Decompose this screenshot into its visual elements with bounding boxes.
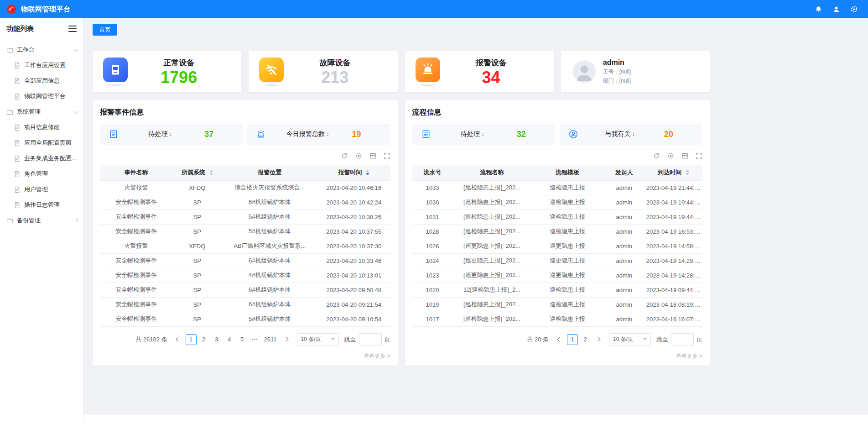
view-more-link[interactable]: 查看更多 > <box>100 352 390 360</box>
table-row[interactable]: 1023 [巡更隐患上报]_202... 巡更隐患上报 admin 2023-0… <box>412 268 703 283</box>
cell-process-name: [巡检隐患上报]_202... <box>453 297 531 312</box>
column-header[interactable]: 流水号 <box>412 165 453 180</box>
sort-carets-icon[interactable] <box>366 170 369 175</box>
refresh-icon[interactable] <box>341 152 348 159</box>
table-row[interactable]: 安全帽检测事件 SP 6#机组锅炉本体 2023-04-20 10:42:24 <box>100 195 390 209</box>
column-label: 流水号 <box>424 169 442 176</box>
page-size-select[interactable]: 10 条/页 <box>609 333 651 346</box>
sidebar-item[interactable]: 操作日志管理 <box>0 197 83 213</box>
page-number[interactable]: 2 <box>198 334 209 345</box>
cell-location: 5#机组锅炉本体 <box>222 209 317 224</box>
jump-page-input[interactable] <box>671 333 694 346</box>
page-number[interactable]: 5 <box>237 334 248 345</box>
cell-serial: 1023 <box>412 268 453 283</box>
page-number[interactable]: ••• <box>249 334 260 345</box>
table-row[interactable]: 1020 12[巡检隐患上报]_2... 巡检隐患上报 admin 2023-0… <box>412 283 703 297</box>
view-more-link[interactable]: 查看更多 > <box>412 352 703 360</box>
page-number[interactable]: 1 <box>567 334 578 345</box>
cell-event-name: 安全帽检测事件 <box>100 283 172 297</box>
folder-icon <box>6 47 13 53</box>
table-row[interactable]: 1017 [巡检隐患上报]_202... 巡检隐患上报 admin 2023-0… <box>412 312 703 326</box>
topbar-actions <box>815 5 862 13</box>
table-row[interactable]: 火警报警 XFDQ AB厂燃料区域火灾报警系... 2023-04-20 10:… <box>100 239 390 253</box>
column-label: 报警位置 <box>258 169 281 176</box>
table-row[interactable]: 1019 [巡检隐患上报]_202... 巡检隐患上报 admin 2023-0… <box>412 297 703 312</box>
gear-icon[interactable] <box>850 5 858 13</box>
column-header[interactable]: 所属系统 <box>172 165 222 180</box>
sort-carets-icon[interactable] <box>686 170 689 175</box>
document-icon <box>14 202 21 209</box>
icon-shadow <box>418 84 438 86</box>
refresh-icon[interactable] <box>653 152 660 159</box>
cell-location: 6#机组锅炉本体 <box>222 283 317 297</box>
table-row[interactable]: 安全帽检测事件 SP 6#机组锅炉本体 2023-04-20 10:33:46 <box>100 253 390 268</box>
sidebar-item[interactable]: 工作台 <box>0 42 83 58</box>
table-row[interactable]: 安全帽检测事件 SP 6#机组锅炉本体 2023-04-20 09:21:54 <box>100 297 390 312</box>
user-icon[interactable] <box>832 5 840 13</box>
prev-page-button[interactable] <box>553 334 564 345</box>
sidebar-item[interactable]: 工作台应用设置 <box>0 58 83 73</box>
cell-system: SP <box>172 253 222 268</box>
settings-icon[interactable] <box>355 152 362 159</box>
sidebar-item[interactable]: 应用全局配置页面 <box>0 135 83 151</box>
next-page-button[interactable] <box>593 334 604 345</box>
cell-time: 2023-04-20 10:46:16 <box>317 180 390 195</box>
page-number[interactable]: 1 <box>186 334 197 345</box>
fullscreen-icon[interactable] <box>696 152 702 159</box>
sidebar-item[interactable]: 业务集成业务配置... <box>0 151 83 166</box>
column-header[interactable]: 报警时间 <box>317 165 390 180</box>
grid-icon[interactable] <box>681 152 688 159</box>
jump-page-input[interactable] <box>359 333 382 346</box>
page-number[interactable]: 3 <box>211 334 222 345</box>
page-size-select[interactable]: 10 条/页 <box>297 333 339 346</box>
sidebar-item[interactable]: 用户管理 <box>0 182 83 197</box>
sidebar-item[interactable]: 系统管理 <box>0 104 83 120</box>
table-row[interactable]: 安全帽检测事件 SP 4#机组锅炉本体 2023-04-20 10:13:01 <box>100 268 390 283</box>
prev-page-button[interactable] <box>172 334 183 345</box>
column-header[interactable]: 事件名称 <box>100 165 172 180</box>
sidebar-item[interactable]: 项目信息修改 <box>0 120 83 135</box>
grid-icon[interactable] <box>369 152 376 159</box>
cell-event-name: 安全帽检测事件 <box>100 195 172 209</box>
page-number[interactable]: 2611 <box>262 334 279 345</box>
column-header[interactable]: 流程名称 <box>453 165 531 180</box>
sidebar-item-label: 备份管理 <box>17 216 41 225</box>
table-row[interactable]: 1030 [巡检隐患上报]_202... 巡检隐患上报 admin 2023-0… <box>412 195 703 209</box>
cell-arrival-time: 2023-04-18 08:19:59 <box>645 297 702 312</box>
alarm-devices-count: 34 <box>482 69 500 86</box>
column-header[interactable]: 报警位置 <box>222 165 317 180</box>
page-number[interactable]: 4 <box>224 334 235 345</box>
sidebar-item-label: 系统管理 <box>17 108 41 116</box>
table-row[interactable]: 1031 [巡检隐患上报]_202... 巡检隐患上报 admin 2023-0… <box>412 209 703 224</box>
table-row[interactable]: 安全帽检测事件 SP 5#机组锅炉本体 2023-04-20 09:10:54 <box>100 312 390 326</box>
column-header[interactable]: 到达时间 <box>645 165 702 180</box>
sort-carets-icon[interactable] <box>209 170 213 175</box>
sidebar-item[interactable]: 角色管理 <box>0 166 83 182</box>
table-row[interactable]: 1028 [巡检隐患上报]_202... 巡检隐患上报 admin 2023-0… <box>412 224 703 239</box>
table-row[interactable]: 1033 [巡检隐患上报]_202... 巡检隐患上报 admin 2023-0… <box>412 180 703 195</box>
hamburger-icon[interactable] <box>68 26 77 32</box>
table-row[interactable]: 安全帽检测事件 SP 6#机组锅炉本体 2023-04-20 09:50:48 <box>100 283 390 297</box>
table-row[interactable]: 安全帽检测事件 SP 5#机组锅炉本体 2023-04-20 10:38:26 <box>100 209 390 224</box>
device-icon <box>103 58 128 82</box>
icon-shadow <box>261 84 281 86</box>
sidebar-item[interactable]: 全部应用信息 <box>0 73 83 89</box>
column-header[interactable]: 发起人 <box>604 165 645 180</box>
cell-location: 综合楼火灾报警系统综合... <box>222 180 317 195</box>
sidebar-item[interactable]: 物联网管理平台 <box>0 89 83 104</box>
bell-icon[interactable] <box>815 5 822 13</box>
table-row[interactable]: 火警报警 XFDQ 综合楼火灾报警系统综合... 2023-04-20 10:4… <box>100 180 390 195</box>
table-row[interactable]: 安全帽检测事件 SP 5#机组锅炉本体 2023-04-20 10:37:55 <box>100 224 390 239</box>
page-number[interactable]: 2 <box>580 334 591 345</box>
column-label: 流程名称 <box>480 169 504 176</box>
tab-home[interactable]: 首页 <box>93 24 117 36</box>
cell-initiator: admin <box>604 239 645 253</box>
settings-icon[interactable] <box>667 152 674 159</box>
stat-label: 与我有关： <box>605 130 637 138</box>
column-header[interactable]: 流程模板 <box>531 165 603 180</box>
table-row[interactable]: 1024 [巡更隐患上报]_202... 巡更隐患上报 admin 2023-0… <box>412 253 703 268</box>
fullscreen-icon[interactable] <box>384 152 390 159</box>
next-page-button[interactable] <box>281 334 292 345</box>
sidebar-item[interactable]: 备份管理 <box>0 213 83 228</box>
table-row[interactable]: 1026 [巡更隐患上报]_202... 巡更隐患上报 admin 2023-0… <box>412 239 703 253</box>
